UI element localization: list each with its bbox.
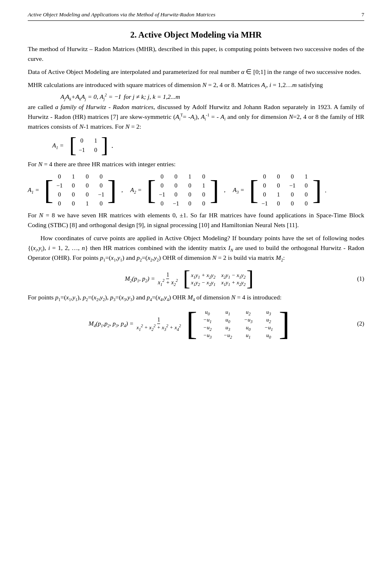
bracket-right-A1: ] [107, 179, 117, 202]
a1-3-0: 0 [54, 199, 65, 208]
m4-c20: −u2 [198, 324, 217, 331]
bracket-left-A1: [ [44, 179, 53, 202]
a2-2-1: 0 [171, 190, 181, 199]
M2-cells: x1y1 + x2y2 x2y1 − x1y2 x1y2 − x2y1 x1y1… [191, 272, 246, 286]
eq1-num: (1) [357, 275, 365, 282]
a1-3-3: 0 [96, 199, 107, 208]
m2-c10: x1y2 − x2y1 [191, 279, 216, 286]
for-n8-para: For N = 8 we have seven HR matrices with… [28, 210, 364, 230]
equation-2-lhs: M4(p1,p2, p3, p4) = 1 x12 + x22 + x32 + … [28, 309, 353, 339]
a2-1-3: 1 [198, 181, 209, 190]
a2-3-2: 0 [185, 199, 195, 208]
A3-cells: 0 0 0 1 0 0 −1 0 0 1 0 0 −1 0 0 0 [259, 172, 312, 208]
matrix-A1-label: A1 = [52, 142, 64, 149]
a2-2-0: −1 [157, 190, 167, 199]
frac-num-1: 1 [166, 272, 169, 279]
a1-1-1: 0 [68, 181, 79, 190]
m2-fraction: 1 x12 + x22 [158, 272, 178, 286]
a3-3-3: 0 [301, 199, 312, 208]
M4-label: M4(p1,p2, p3, p4) = [89, 320, 134, 327]
a3-2-2: 0 [287, 190, 298, 199]
cell-1-0: −1 [77, 146, 86, 154]
a3-3-2: 0 [287, 199, 298, 208]
matrix-group-A3: A3 = [ 0 0 0 1 0 0 −1 0 0 1 0 0 −1 0 [233, 172, 326, 208]
a3-3-0: −1 [259, 199, 270, 208]
A2-eq-label: A2 = [130, 187, 142, 194]
a3-1-3: 0 [301, 181, 312, 190]
a2-0-1: 0 [171, 172, 181, 181]
frac-den-1: x12 + x22 [158, 279, 178, 286]
a1-2-1: 0 [68, 190, 79, 199]
a2-0-0: 0 [157, 172, 167, 181]
matrix-cells-2x2: 0 1 −1 0 [77, 136, 100, 154]
m4-c02: u2 [239, 309, 258, 315]
header-title: Active Object Modeling and Applications … [28, 11, 215, 18]
for-points-para: For points p1=(x1,y1), p2=(x2,y2), p3=(x… [28, 292, 364, 302]
m4-c12: −u3 [239, 317, 258, 323]
how-coord-para: How coordinates of curve points are appl… [28, 233, 364, 263]
for-n4-para: For N = 4 there are three HR matrices wi… [28, 159, 364, 169]
equation-1-lhs: M2(p1, p2) = 1 x12 + x22 [ x1y1 + x2y2 x… [28, 269, 353, 288]
bracket-left: [ [69, 135, 76, 156]
bracket-right-M2: ] [247, 269, 254, 288]
section-title: Active Object Modeling via MHR [138, 30, 262, 40]
a3-0-0: 0 [259, 172, 270, 181]
m2-formula: M2(p1, p2) = 1 x12 + x22 [ x1y1 + x2y2 x… [125, 269, 256, 288]
M4-matrix: [ u0 u1 u2 u3 −u1 u0 −u3 u2 −u2 u3 u0 −u… [185, 309, 290, 339]
equation-2-row: M4(p1,p2, p3, p4) = 1 x12 + x22 + x32 + … [28, 309, 364, 339]
M2-label: M2(p1, p2) = [125, 275, 155, 282]
section-heading: 2. Active Object Modeling via MHR [28, 30, 364, 40]
family-para: are called a family of Hurwitz - Radon m… [28, 102, 364, 132]
m4-c32: u1 [239, 332, 258, 339]
A2-matrix: [ 0 0 1 0 0 0 0 1 −1 0 0 0 0 −1 0 [146, 172, 220, 208]
m4-c11: u0 [218, 317, 237, 323]
a3-2-3: 0 [301, 190, 312, 199]
bracket-left-A2: [ [147, 179, 156, 202]
page-header: Active Object Modeling and Applications … [28, 11, 364, 21]
m4-c23: −u1 [259, 324, 278, 331]
m4-formula: M4(p1,p2, p3, p4) = 1 x12 + x22 + x32 + … [89, 309, 292, 339]
a2-3-3: 0 [198, 199, 209, 208]
bracket-right-A2: ] [210, 179, 219, 202]
a3-1-0: 0 [259, 181, 270, 190]
m4-c22: u0 [239, 324, 258, 331]
a3-2-0: 0 [259, 190, 270, 199]
a1-1-2: 0 [82, 181, 93, 190]
A2-cells: 0 0 1 0 0 0 0 1 −1 0 0 0 0 −1 0 0 [157, 172, 209, 208]
matrices-4x4-row: A1 = [ 0 1 0 0 −1 0 0 0 0 0 0 −1 0 0 [28, 172, 364, 208]
a2-1-0: 0 [157, 181, 167, 190]
bracket-left-A3: [ [249, 179, 258, 202]
m2-c01: x2y1 − x1y2 [221, 272, 246, 279]
cell-1-1: 0 [91, 146, 100, 154]
a1-2-2: 0 [82, 190, 93, 199]
comma-2: , [224, 187, 225, 194]
a1-2-3: −1 [96, 190, 107, 199]
m4-c33: u0 [259, 332, 278, 339]
a1-2-0: 0 [54, 190, 65, 199]
a3-1-2: −1 [287, 181, 298, 190]
a2-1-1: 0 [171, 181, 181, 190]
m4-fraction: 1 x12 + x22 + x32 + x42 [136, 317, 181, 331]
m4-c30: −u3 [198, 332, 217, 339]
a2-0-3: 0 [198, 172, 209, 181]
A1-cells: 0 1 0 0 −1 0 0 0 0 0 0 −1 0 0 1 0 [54, 172, 107, 208]
a1-0-2: 0 [82, 172, 93, 181]
m4-c03: u3 [259, 309, 278, 315]
cell-0-1: 1 [91, 136, 100, 145]
eq2-num: (2) [357, 320, 365, 327]
a3-0-1: 0 [273, 172, 284, 181]
bracket-right: ] [101, 135, 108, 156]
section-num: 2. [130, 30, 137, 40]
M2-matrix: [ x1y1 + x2y2 x2y1 − x1y2 x1y2 − x2y1 x1… [182, 269, 254, 288]
matrix-A1-2x2: [ 0 1 −1 0 ] [69, 135, 109, 156]
formula-text-1: AjAk+AkAj = 0, Aj2 = −I for j ≠ k; j, k … [60, 93, 180, 100]
a1-0-1: 1 [68, 172, 79, 181]
a2-1-2: 0 [185, 181, 195, 190]
a2-2-3: 0 [198, 190, 209, 199]
a1-1-3: 0 [96, 181, 107, 190]
data-active-para: Data of Active Object Modeling are inter… [28, 67, 364, 77]
page: Active Object Modeling and Applications … [0, 0, 392, 567]
equation-1-row: M2(p1, p2) = 1 x12 + x22 [ x1y1 + x2y2 x… [28, 269, 364, 288]
matrix-group-A1: A1 = [ 0 1 0 0 −1 0 0 0 0 0 0 −1 0 0 [28, 172, 125, 208]
a2-0-2: 1 [185, 172, 195, 181]
